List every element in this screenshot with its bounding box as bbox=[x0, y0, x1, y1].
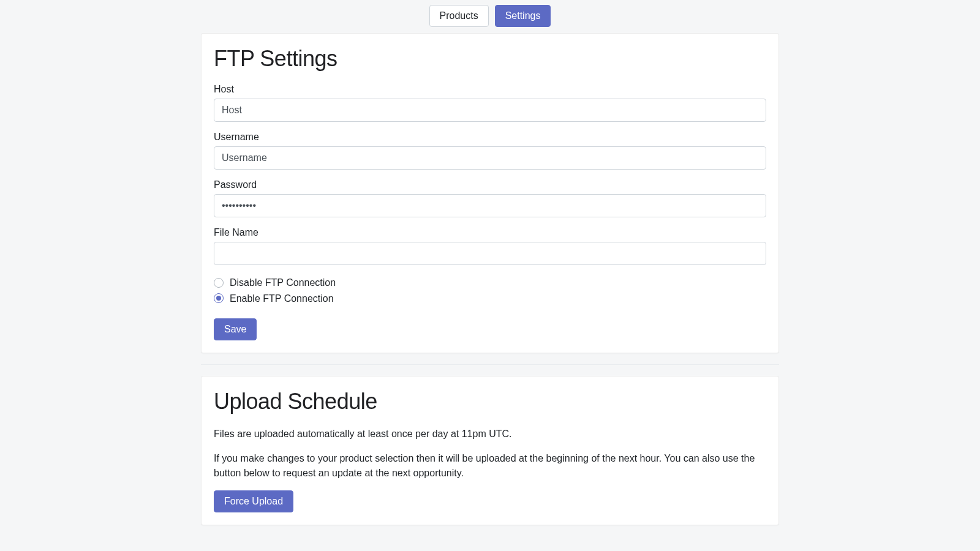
host-label: Host bbox=[214, 84, 766, 95]
filename-label: File Name bbox=[214, 227, 766, 238]
password-label: Password bbox=[214, 179, 766, 190]
schedule-text-1: Files are uploaded automatically at leas… bbox=[214, 427, 766, 441]
radio-icon bbox=[214, 293, 224, 303]
username-label: Username bbox=[214, 132, 766, 143]
filename-input[interactable] bbox=[214, 242, 766, 265]
top-tabs: Products Settings bbox=[201, 5, 779, 27]
host-input[interactable] bbox=[214, 99, 766, 122]
radio-icon bbox=[214, 278, 224, 288]
ftp-settings-title: FTP Settings bbox=[214, 46, 766, 72]
ftp-settings-card: FTP Settings Host Username Password File… bbox=[201, 33, 779, 353]
password-input[interactable] bbox=[214, 194, 766, 217]
host-group: Host bbox=[214, 84, 766, 122]
ftp-enable-radio-group: Disable FTP Connection Enable FTP Connec… bbox=[214, 275, 766, 306]
schedule-text-2: If you make changes to your product sele… bbox=[214, 451, 766, 481]
radio-enable-label: Enable FTP Connection bbox=[230, 291, 334, 307]
tab-settings[interactable]: Settings bbox=[495, 5, 551, 27]
force-upload-button[interactable]: Force Upload bbox=[214, 490, 293, 512]
tab-products[interactable]: Products bbox=[429, 5, 489, 27]
save-button[interactable]: Save bbox=[214, 318, 257, 340]
upload-schedule-title: Upload Schedule bbox=[214, 389, 766, 414]
radio-disable-ftp[interactable]: Disable FTP Connection bbox=[214, 275, 766, 291]
password-group: Password bbox=[214, 179, 766, 217]
page-container: Products Settings FTP Settings Host User… bbox=[201, 5, 779, 525]
radio-enable-ftp[interactable]: Enable FTP Connection bbox=[214, 291, 766, 307]
radio-disable-label: Disable FTP Connection bbox=[230, 275, 336, 291]
section-divider bbox=[201, 364, 779, 365]
filename-group: File Name bbox=[214, 227, 766, 265]
username-input[interactable] bbox=[214, 146, 766, 170]
username-group: Username bbox=[214, 132, 766, 170]
upload-schedule-card: Upload Schedule Files are uploaded autom… bbox=[201, 376, 779, 525]
